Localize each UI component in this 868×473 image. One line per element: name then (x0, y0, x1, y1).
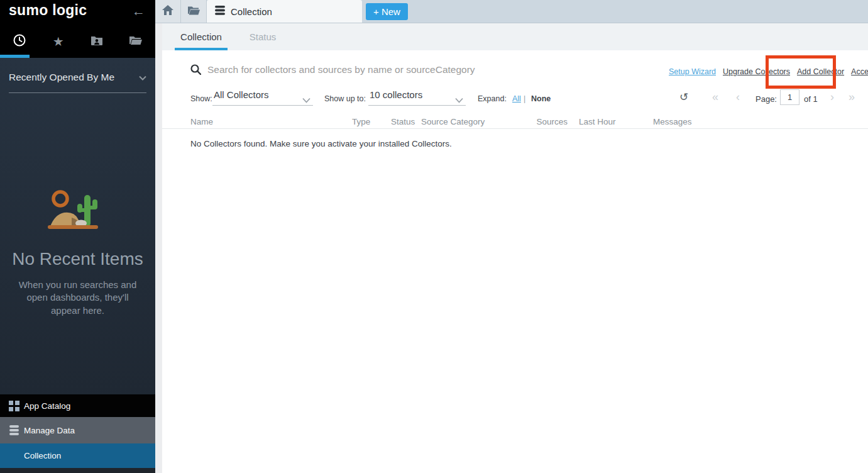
ground-shape (48, 225, 98, 229)
recently-opened-dropdown[interactable]: Recently Opened By Me (9, 72, 146, 93)
sidebar-item-app-catalog[interactable]: App Catalog (0, 394, 155, 417)
open-folder-icon (188, 6, 200, 18)
collectors-table-header: Name Type Status Source Category Sources… (162, 115, 868, 129)
database-icon (9, 425, 24, 435)
library-button[interactable] (181, 0, 207, 23)
sidebar-nav: App Catalog Manage Data Collection (0, 394, 155, 473)
access-keys-link[interactable]: Access Keys (851, 67, 868, 76)
no-recent-items-message: When you run searches and open dashboard… (0, 279, 155, 317)
show-dropdown-value: All Collectors (212, 89, 269, 100)
tab-status-label: Status (250, 31, 277, 42)
setup-wizard-link[interactable]: Setup Wizard (669, 67, 716, 76)
next-page-icon[interactable]: › (830, 91, 834, 104)
show-up-to-dropdown-value: 10 collectors (368, 89, 422, 100)
nav-label: App Catalog (24, 401, 70, 411)
show-up-to-dropdown[interactable]: 10 collectors (368, 89, 466, 106)
new-button[interactable]: + New (366, 3, 408, 20)
tab-library[interactable] (116, 30, 155, 53)
sidebar-footer (0, 468, 155, 473)
page-tabs: Collection Status (162, 23, 868, 50)
col-type: Type (352, 117, 370, 126)
recently-opened-label: Recently Opened By Me (9, 72, 114, 83)
database-icon (215, 6, 225, 17)
folder-icon (129, 35, 142, 48)
show-dropdown[interactable]: All Collectors (212, 89, 313, 106)
expand-none-link[interactable]: None (531, 94, 551, 103)
nav-label: Collection (24, 451, 61, 460)
clock-icon (13, 33, 26, 50)
last-page-icon[interactable]: » (849, 91, 855, 104)
show-up-to-label: Show up to: (324, 94, 366, 103)
tab-shared-content[interactable] (78, 30, 117, 53)
sidebar-item-manage-data[interactable]: Manage Data (0, 417, 155, 443)
tab-status[interactable]: Status (244, 23, 282, 50)
empty-collectors-message: No Collectors found. Make sure you activ… (190, 139, 452, 148)
first-page-icon[interactable]: « (712, 91, 718, 104)
prev-page-icon[interactable]: ‹ (736, 91, 740, 104)
no-recent-items-title: No Recent Items (0, 249, 155, 269)
desert-illustration (0, 187, 155, 233)
grid-icon (9, 401, 24, 411)
toolbar-links: Setup Wizard Upgrade Collectors Add Coll… (669, 67, 868, 76)
user-folder-icon (91, 35, 103, 48)
search-input[interactable] (207, 62, 478, 78)
chevron-down-icon (302, 94, 310, 106)
tab-collection-page[interactable]: Collection (207, 0, 362, 23)
collection-content: Setup Wizard Upgrade Collectors Add Coll… (162, 50, 868, 473)
sun-icon (53, 192, 67, 206)
expand-separator: | (524, 94, 525, 103)
expand-all-link[interactable]: All (512, 94, 521, 103)
col-sources: Sources (536, 117, 568, 126)
page-input[interactable] (780, 89, 799, 105)
recent-panel: Recently Opened By Me No Recent Items Wh… (0, 58, 155, 394)
page-of-label: of 1 (804, 94, 818, 104)
sidebar-item-collection[interactable]: Collection (0, 443, 155, 468)
sidebar-icon-tabs: ★ (0, 30, 155, 53)
show-label: Show: (190, 94, 212, 103)
chevron-down-icon (139, 72, 146, 83)
col-name: Name (190, 117, 213, 126)
collapse-sidebar-icon[interactable]: ← (132, 4, 145, 19)
refresh-icon[interactable]: ↻ (679, 91, 688, 104)
sumo-logic-logo: sumo logic (9, 2, 87, 19)
add-collector-link[interactable]: Add Collector (797, 67, 844, 76)
search-icon (190, 64, 201, 77)
expand-label: Expand: (478, 94, 507, 103)
tab-collection-label: Collection (180, 31, 222, 42)
content-column: Collection Status Setup Wizard Upgrade C… (162, 23, 868, 473)
sidebar-header: sumo logic ← ★ (0, 0, 155, 58)
col-messages: Messages (653, 117, 692, 126)
upgrade-collectors-link[interactable]: Upgrade Collectors (723, 67, 790, 76)
nav-label: Manage Data (24, 426, 75, 435)
star-icon: ★ (53, 35, 64, 48)
col-last-hour: Last Hour (579, 117, 616, 126)
tab-collection[interactable]: Collection (175, 23, 228, 50)
sidebar-gutter (155, 23, 162, 473)
main-area: Collection + New Collection Status (155, 0, 868, 473)
sidebar: sumo logic ← ★ (0, 0, 155, 473)
tab-recent[interactable] (0, 30, 39, 53)
chevron-down-icon (455, 94, 463, 106)
home-icon (162, 5, 173, 18)
lower-region: Collection Status Setup Wizard Upgrade C… (155, 23, 868, 473)
col-source-category: Source Category (421, 117, 485, 126)
page-label: Page: (755, 94, 777, 104)
col-status: Status (391, 117, 415, 126)
tab-label: Collection (231, 6, 272, 17)
tab-favorites[interactable]: ★ (39, 30, 78, 53)
home-button[interactable] (155, 0, 181, 23)
top-tab-bar: Collection + New (155, 0, 868, 23)
